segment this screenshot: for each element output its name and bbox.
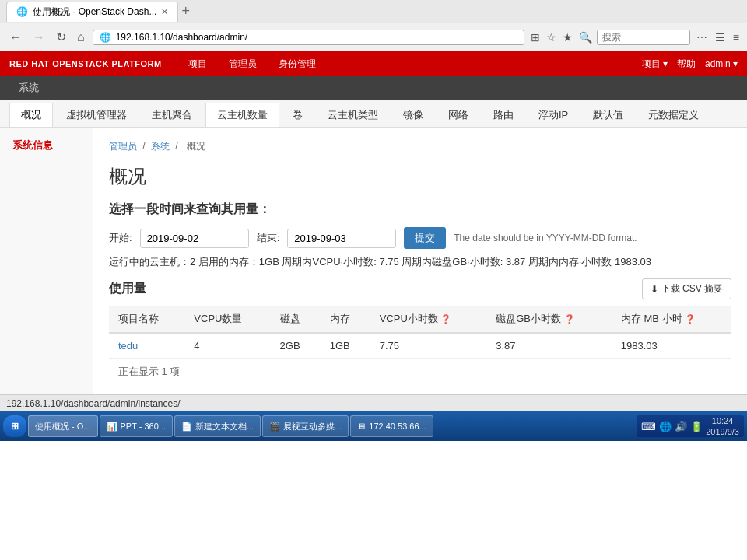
tab-close-button[interactable]: ✕ xyxy=(161,7,168,17)
address-bar[interactable]: 🌐 xyxy=(93,30,524,45)
tab-favicon: 🌐 xyxy=(16,6,28,17)
taskbar-item-1[interactable]: 📊 PPT - 360... xyxy=(100,415,174,437)
tray-sound-icon[interactable]: 🔊 xyxy=(675,421,687,432)
end-date-input[interactable] xyxy=(287,229,396,248)
page-title: 概况 xyxy=(109,164,731,189)
cell-vcpu: 4 xyxy=(184,333,270,359)
taskbar-item-2[interactable]: 📄 新建文本文档... xyxy=(174,415,261,437)
sub-nav: 系统 xyxy=(0,76,747,100)
download-label: 下载 CSV 摘要 xyxy=(661,282,723,296)
tab-flavors[interactable]: 云主机类型 xyxy=(316,103,390,127)
cell-memory: 1GB xyxy=(321,333,370,359)
tab-volumes[interactable]: 卷 xyxy=(281,103,314,127)
tab-images[interactable]: 镜像 xyxy=(391,103,435,127)
cell-vcpu-hours: 7.75 xyxy=(370,333,487,359)
taskbar-item-3[interactable]: 🎬 展视互动多媒... xyxy=(262,415,349,437)
nav-admin[interactable]: 管理员 xyxy=(218,53,268,75)
tab-overview[interactable]: 概况 xyxy=(9,103,53,127)
taskbar-tray: ⌨ 🌐 🔊 🔋 10:242019/9/3 xyxy=(637,415,744,437)
status-bar: 192.168.1.10/dashboard/admin/instances/ xyxy=(0,394,747,411)
tab-defaults[interactable]: 默认值 xyxy=(581,103,635,127)
search-icon[interactable]: 🔍 xyxy=(577,30,594,45)
user-dropdown[interactable]: admin ▾ xyxy=(705,58,738,69)
overflow-icon[interactable]: ⋯ xyxy=(695,30,709,45)
header-right: 项目 ▾ 帮助 admin ▾ xyxy=(642,58,738,71)
bookmark-icon[interactable]: ★ xyxy=(561,30,574,45)
breadcrumb-sep2: / xyxy=(175,141,181,152)
brand-label: RED HAT OPENSTACK PLATFORM xyxy=(9,59,162,68)
tab-networks[interactable]: 网络 xyxy=(437,103,480,127)
project-dropdown[interactable]: 项目 ▾ xyxy=(642,58,668,71)
date-hint: The date should be in YYYY-MM-DD format. xyxy=(454,233,637,243)
tray-keyboard-icon[interactable]: ⌨ xyxy=(641,421,656,432)
refresh-button[interactable]: ↻ xyxy=(53,28,69,46)
header-nav: 项目 管理员 身份管理 xyxy=(177,53,327,75)
disk-gb-hours-help-icon[interactable]: ❓ xyxy=(564,314,575,324)
query-section-title: 选择一段时间来查询其用量： xyxy=(109,201,731,218)
browser-tab[interactable]: 🌐 使用概况 - OpenStack Dash... ✕ xyxy=(6,2,178,22)
main-layout: 系统信息 管理员 / 系统 / 概况 概况 选择一段时间来查询其用量： 开始: … xyxy=(0,128,747,394)
start-button[interactable]: ⊞ xyxy=(3,415,26,437)
search-input[interactable] xyxy=(597,30,690,45)
sidebar-icon[interactable]: ☰ xyxy=(714,30,727,45)
url-input[interactable] xyxy=(116,32,517,43)
sub-nav-system[interactable]: 系统 xyxy=(9,78,48,98)
breadcrumb-current: 概况 xyxy=(187,141,205,152)
usage-title: 使用量 xyxy=(109,281,146,297)
tray-battery-icon[interactable]: 🔋 xyxy=(690,421,703,432)
tab-hypervisors[interactable]: 虚拟机管理器 xyxy=(54,103,139,127)
breadcrumb-sep1: / xyxy=(142,141,148,152)
nav-projects[interactable]: 项目 xyxy=(177,53,218,75)
table-header-row: 项目名称 VCPU数量 磁盘 内存 VCPU小时数 ❓ 磁盘GB小时数 ❓ 内存… xyxy=(109,306,731,333)
project-link[interactable]: tedu xyxy=(118,340,138,352)
home-button[interactable]: ⌂ xyxy=(74,29,88,46)
table-row: tedu 4 2GB 1GB 7.75 3.87 1983.03 xyxy=(109,333,731,359)
browser-titlebar: 🌐 使用概况 - OpenStack Dash... ✕ + xyxy=(0,0,747,23)
taskbar-item-4[interactable]: 🖥 172.40.53.66... xyxy=(350,415,433,437)
taskbar-item-label-1: PPT - 360... xyxy=(121,422,167,431)
forward-button[interactable]: → xyxy=(30,29,48,46)
query-row: 开始: 结束: 提交 The date should be in YYYY-MM… xyxy=(109,227,731,249)
tab-metadata-def[interactable]: 元数据定义 xyxy=(637,103,710,127)
col-memory: 内存 xyxy=(321,306,370,333)
download-icon: ⬇ xyxy=(651,284,658,295)
col-disk: 磁盘 xyxy=(271,306,321,333)
taskbar-item-icon-4: 🖥 xyxy=(357,422,366,431)
tab-host-aggregates[interactable]: 主机聚合 xyxy=(140,103,204,127)
vcpu-hours-help-icon[interactable]: ❓ xyxy=(440,314,451,324)
start-date-input[interactable] xyxy=(140,229,249,248)
download-csv-button[interactable]: ⬇ 下载 CSV 摘要 xyxy=(642,278,731,299)
tab-floating-ip[interactable]: 浮动IP xyxy=(527,103,580,127)
stats-row: 运行中的云主机：2 启用的内存：1GB 周期内VCPU·小时数: 7.75 周期… xyxy=(109,255,731,269)
nav-identity[interactable]: 身份管理 xyxy=(268,53,327,75)
bookmarks-icon[interactable]: ⊞ xyxy=(529,30,542,45)
tab-instance-count[interactable]: 云主机数量 xyxy=(205,103,279,127)
taskbar-item-label-3: 展视互动多媒... xyxy=(283,421,342,432)
tray-network-icon[interactable]: 🌐 xyxy=(659,421,672,432)
menu-icon[interactable]: ≡ xyxy=(731,30,741,45)
col-vcpu-hours: VCPU小时数 ❓ xyxy=(370,306,487,333)
taskbar-item-label-0: 使用概况 - O... xyxy=(35,421,91,432)
sidebar-item-system-info[interactable]: 系统信息 xyxy=(0,134,93,157)
end-label: 结束: xyxy=(257,231,280,245)
taskbar-item-0[interactable]: 使用概况 - O... xyxy=(28,415,98,437)
taskbar-item-icon-3: 🎬 xyxy=(269,422,280,432)
back-button[interactable]: ← xyxy=(6,29,25,46)
new-tab-button[interactable]: + xyxy=(181,3,190,19)
toolbar-icons: ⊞ ☆ ★ 🔍 xyxy=(529,30,690,45)
table-footer: 正在显示 1 项 xyxy=(109,359,731,385)
taskbar: ⊞ 使用概况 - O... 📊 PPT - 360... 📄 新建文本文档...… xyxy=(0,411,747,441)
main-content: 管理员 / 系统 / 概况 概况 选择一段时间来查询其用量： 开始: 结束: 提… xyxy=(93,128,747,394)
tab-routers[interactable]: 路由 xyxy=(482,103,525,127)
star-icon[interactable]: ☆ xyxy=(545,30,558,45)
taskbar-item-icon-1: 📊 xyxy=(107,422,117,432)
help-link[interactable]: 帮助 xyxy=(677,58,696,71)
breadcrumb-system[interactable]: 系统 xyxy=(151,141,170,152)
submit-button[interactable]: 提交 xyxy=(404,227,446,249)
usage-table: 项目名称 VCPU数量 磁盘 内存 VCPU小时数 ❓ 磁盘GB小时数 ❓ 内存… xyxy=(109,306,731,359)
breadcrumb-admin[interactable]: 管理员 xyxy=(109,141,137,152)
taskbar-item-icon-2: 📄 xyxy=(181,422,192,432)
memory-mb-hours-help-icon[interactable]: ❓ xyxy=(685,314,696,324)
taskbar-item-label-4: 172.40.53.66... xyxy=(369,422,426,431)
col-memory-mb-hours: 内存 MB 小时 ❓ xyxy=(612,306,731,333)
